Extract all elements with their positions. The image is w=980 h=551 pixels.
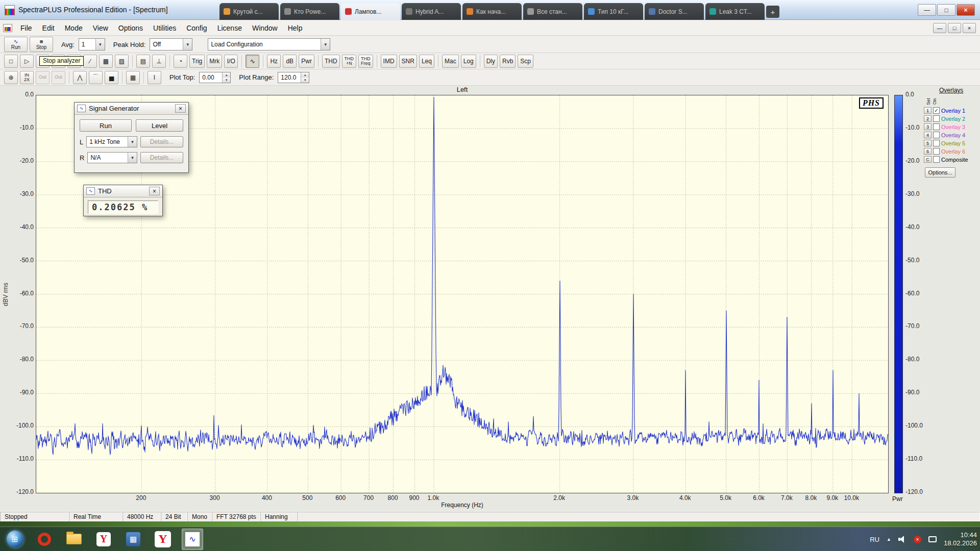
marker-button[interactable]: Mrk [207,55,222,68]
zoom-button[interactable]: ⊕ [4,71,18,84]
opera-icon[interactable] [34,529,55,550]
volume-icon[interactable] [898,536,906,543]
menu-config[interactable]: Config [181,21,212,35]
scope-button[interactable]: Scp [518,55,533,68]
surface-button[interactable]: ▨ [115,55,129,68]
hz-button[interactable]: Hz [267,55,281,68]
menu-mode[interactable]: Mode [60,21,88,35]
browser-tab[interactable]: Кто Powe... [280,3,339,20]
generator-left-combo[interactable]: 1 kHz Tone ▾ [86,136,137,147]
menu-view[interactable]: View [88,21,113,35]
table-button[interactable]: ▤ [136,55,150,68]
show-hidden-icons-button[interactable]: ▲ [887,537,891,542]
menu-license[interactable]: License [212,21,247,35]
plot-top-input[interactable]: 0.00 ▴▾ [199,72,231,83]
stop-button[interactable]: ■ Stop [30,37,53,52]
browser-tab[interactable]: Doctor S... [645,3,704,20]
minimize-button[interactable]: — [918,4,936,16]
spectraplus-taskbar-icon[interactable]: ∿ [182,529,203,550]
generator-level-button[interactable]: Level [136,119,183,132]
explorer-folder-icon[interactable] [63,529,85,550]
generator-right-combo[interactable]: N/A ▾ [87,152,137,163]
browser-tab[interactable]: Все стан... [523,3,582,20]
overlay-on-checkbox[interactable] [933,115,940,122]
network-icon[interactable] [928,536,937,542]
menu-help[interactable]: Help [283,21,308,35]
overlay-set-button[interactable]: 1 [924,107,932,114]
macro-button[interactable]: Mac [442,55,459,68]
reverb-button[interactable]: Rvb [500,55,516,68]
generator-run-button[interactable]: Run [80,119,132,132]
close-icon[interactable]: × [149,187,160,195]
overlay-on-checkbox[interactable] [933,123,940,130]
avg-combo[interactable]: 1 ▾ [79,38,105,51]
start-button[interactable]: ⊞ [4,529,26,550]
log-button[interactable]: Log [461,55,476,68]
menu-options[interactable]: Options [113,21,148,35]
slope-button[interactable]: ∕ [83,55,97,68]
trigger-button[interactable]: Trig [189,55,205,68]
yandex-icon[interactable]: Y [93,529,114,550]
zoom-full-button[interactable]: Out [52,71,65,84]
menu-file[interactable]: File [15,21,37,35]
cursor-button[interactable]: I [148,71,161,84]
new-file-button[interactable]: □ [4,55,18,68]
overlay-on-checkbox[interactable]: ✓ [933,107,940,114]
thd-freq-button[interactable]: THD Freq [358,55,373,68]
close-icon[interactable]: × [175,104,186,113]
db-button[interactable]: dB [283,55,297,68]
signal-generator-titlebar[interactable]: ∿ Signal Generator × [75,103,188,115]
thd-titlebar[interactable]: ∿ THD × [84,185,162,197]
plot-top-spinner[interactable]: ▴▾ [222,72,230,83]
leq-button[interactable]: Leq [419,55,434,68]
peak-hold-combo[interactable]: Off ▾ [150,38,192,51]
mdi-minimize-button[interactable]: — [933,23,946,33]
overlay-on-checkbox[interactable] [933,148,940,155]
run-button[interactable]: ∿ Run [4,37,28,52]
overlay-set-button[interactable]: 4 [924,132,932,138]
snr-button[interactable]: SNR [399,55,417,68]
browser-tab[interactable]: Тип 10 кГ... [584,3,643,20]
delay-button[interactable]: Dly [484,55,498,68]
calculator-icon[interactable]: ▦ [122,529,144,550]
clock[interactable]: 10:44 18.02.2026 [944,531,977,548]
browser-tab[interactable]: Лампов... [341,3,400,20]
new-tab-button[interactable]: + [766,6,779,18]
zoom-in-2x-button[interactable]: IN 2X [20,71,34,84]
peak-marker-button[interactable]: ⋀ [73,71,87,84]
overlays-options-button[interactable]: Options... [925,167,955,178]
zoom-out-button[interactable]: Out [36,71,50,84]
chevron-down-icon[interactable]: ▾ [183,39,192,50]
bars-button[interactable]: ▅ [105,71,118,84]
action-center-icon[interactable]: × [914,536,921,543]
language-indicator[interactable]: RU [870,536,879,543]
maximize-button[interactable]: □ [937,4,955,16]
pwr-button[interactable]: Pwr [299,55,314,68]
grid-button[interactable]: ▦ [126,71,140,84]
open-file-button[interactable]: ▷ [20,55,34,68]
chevron-down-icon[interactable]: ▾ [321,39,330,50]
thd-n-button[interactable]: THD +N [342,55,357,68]
chevron-down-icon[interactable]: ▾ [128,153,137,163]
browser-tab[interactable]: Как нача... [462,3,522,20]
mdi-close-button[interactable]: × [963,23,976,33]
phase-button[interactable]: ◔ [174,55,187,68]
browser-tab[interactable]: Крутой с... [219,3,279,20]
smooth-button[interactable]: ⌒ [89,71,103,84]
overlay-set-button[interactable]: 6 [924,148,932,155]
io-button[interactable]: I/O [224,55,238,68]
imd-button[interactable]: IMD [381,55,397,68]
thd-button[interactable]: THD [322,55,340,68]
menu-edit[interactable]: Edit [37,21,60,35]
load-configuration-combo[interactable]: Load Configuration ▾ [208,38,330,51]
overlay-on-checkbox[interactable] [933,156,940,163]
menu-utilities[interactable]: Utilities [148,21,181,35]
browser-tab[interactable]: Leak 3 СТ... [705,3,765,20]
overlay-set-button[interactable]: 2 [924,115,932,122]
yandex-browser-icon[interactable]: Y [152,529,174,550]
browser-tab[interactable]: Hybrid A... [402,3,461,20]
signal-generator-button[interactable]: ∿ [246,55,259,68]
chevron-down-icon[interactable]: ▾ [128,137,137,147]
overlay-on-checkbox[interactable] [933,132,940,138]
plot-range-input[interactable]: 120.0 ▴▾ [278,72,309,83]
